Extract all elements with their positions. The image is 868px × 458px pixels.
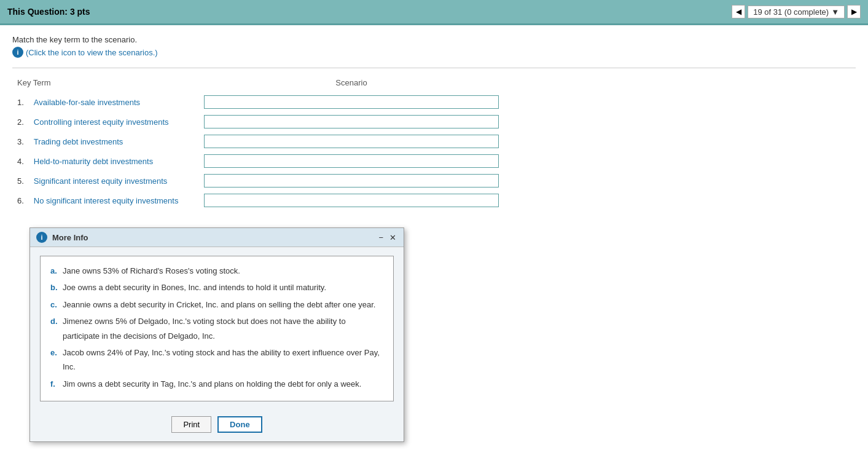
info-link-row: i (Click the icon to view the scenarios.… [12, 47, 856, 58]
nav-label: 19 of 31 (0 complete) ▼ [748, 6, 845, 18]
scenario-input-2[interactable] [204, 115, 499, 128]
info-icon[interactable]: i [12, 47, 23, 58]
key-term-label: No significant interest equity investmen… [29, 191, 199, 210]
key-term-label: Significant interest equity investments [29, 171, 199, 191]
info-link-text[interactable]: (Click the icon to view the scenarios.) [26, 48, 158, 57]
divider [12, 68, 856, 68]
scenario-cell [199, 151, 504, 171]
table-row: 6.No significant interest equity investm… [12, 191, 504, 210]
table-row: 3.Trading debt investments [12, 132, 504, 151]
match-table: Key Term Scenario 1.Available-for-sale i… [12, 76, 504, 210]
next-button[interactable]: ▶ [847, 5, 861, 18]
scenario-input-1[interactable] [204, 95, 499, 109]
key-term-label: Available-for-sale investments [29, 92, 199, 112]
main-content: Match the key term to the scenario. i (C… [0, 25, 868, 220]
row-number: 4. [12, 151, 29, 171]
scenario-input-6[interactable] [204, 194, 499, 207]
nav-controls: ◀ 19 of 31 (0 complete) ▼ ▶ [732, 5, 861, 18]
scenario-input-4[interactable] [204, 154, 499, 168]
scenario-cell [199, 191, 504, 210]
prev-button[interactable]: ◀ [732, 5, 745, 18]
row-number: 6. [12, 191, 29, 210]
nav-text: 19 of 31 (0 complete) [753, 7, 829, 17]
col-key-term-header: Key Term [12, 76, 199, 92]
table-row: 4.Held-to-maturity debt investments [12, 151, 504, 171]
scenario-cell [199, 112, 504, 132]
table-row: 1.Available-for-sale investments [12, 92, 504, 112]
col-scenario-header: Scenario [199, 76, 504, 92]
instruction-text: Match the key term to the scenario. [12, 35, 856, 44]
key-term-label: Controlling interest equity investments [29, 112, 199, 132]
header-points: 3 pts [70, 7, 90, 17]
scenario-cell [199, 132, 504, 151]
key-term-label: Held-to-maturity debt investments [29, 151, 199, 171]
header-bar: This Question: 3 pts ◀ 19 of 31 (0 compl… [0, 0, 868, 23]
scenario-input-5[interactable] [204, 174, 499, 188]
dropdown-arrow-icon[interactable]: ▼ [831, 7, 839, 17]
scenario-input-3[interactable] [204, 135, 499, 148]
header-title-text: This Question: [7, 7, 68, 17]
table-row: 5.Significant interest equity investment… [12, 171, 504, 191]
key-term-label: Trading debt investments [29, 132, 199, 151]
row-number: 1. [12, 92, 29, 112]
row-number: 3. [12, 132, 29, 151]
scenario-cell [199, 171, 504, 191]
table-row: 2.Controlling interest equity investment… [12, 112, 504, 132]
row-number: 2. [12, 112, 29, 132]
row-number: 5. [12, 171, 29, 191]
scenario-cell [199, 92, 504, 112]
header-title: This Question: 3 pts [7, 7, 90, 17]
